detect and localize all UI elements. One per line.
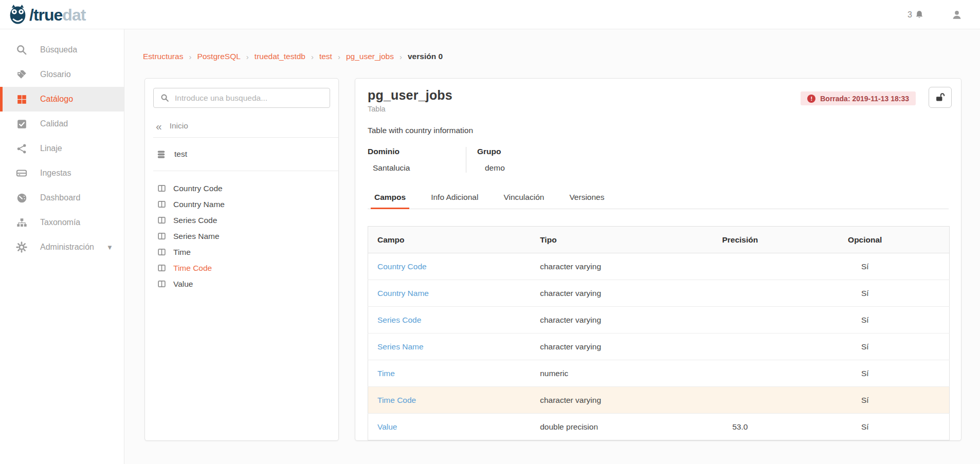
tree-field-country-code[interactable]: Country Code [145, 180, 338, 196]
lock-toggle-button[interactable] [929, 87, 952, 108]
unlock-icon [935, 92, 946, 103]
explorer-back-home[interactable]: « Inicio [145, 115, 338, 137]
breadcrumb-link-estructuras[interactable]: Estructuras [143, 52, 183, 61]
field-opcional: Sí [781, 280, 949, 307]
tab-vinculacion[interactable]: Vinculación [500, 189, 548, 209]
field-tipo: character varying [531, 307, 699, 333]
sidebar-item-calidad[interactable]: Calidad [0, 112, 124, 136]
sidebar-item-label: Búsqueda [40, 45, 77, 54]
table-row: Series Name character varying Sí [368, 333, 950, 360]
tree-parent-test[interactable]: test [145, 138, 338, 171]
sidebar-item-ingestas[interactable]: Ingestas [0, 161, 124, 185]
breadcrumb-link-postgresql[interactable]: PostgreSQL [197, 52, 240, 61]
sidebar-item-administracion[interactable]: Administración ▼ [0, 235, 124, 259]
fields-table: Campo Tipo Precisión Opcional Country Co… [368, 226, 950, 440]
sidebar-item-glosario[interactable]: Glosario [0, 62, 124, 87]
detail-tabs: Campos Info Adicional Vinculación Versio… [368, 189, 949, 209]
field-opcional: Sí [781, 307, 949, 333]
back-home-label: Inicio [170, 121, 188, 131]
group-value: demo [477, 163, 600, 173]
field-tipo: numeric [531, 360, 699, 387]
exclamation-circle-icon: ! [807, 95, 815, 103]
tree-field-series-code[interactable]: Series Code [145, 212, 338, 228]
table-columns-icon [157, 200, 166, 209]
structure-detail-panel: pg_user_jobs Tabla ! Borrada: 2019-11-13… [355, 78, 961, 441]
tree-field-country-name[interactable]: Country Name [145, 196, 338, 212]
sidebar-item-label: Linaje [40, 144, 62, 153]
field-link-country-name[interactable]: Country Name [377, 289, 429, 298]
tree-field-label: Country Name [173, 200, 225, 209]
gauge-icon [15, 192, 28, 204]
structure-explorer-panel: « Inicio test Country Code Country Name … [144, 78, 339, 441]
breadcrumb-separator: › [311, 52, 314, 61]
search-icon [160, 94, 169, 102]
tree-field-time[interactable]: Time [145, 244, 338, 260]
sidebar-item-label: Glosario [40, 70, 71, 79]
field-tipo: character varying [531, 387, 699, 414]
tab-campos[interactable]: Campos [371, 189, 409, 209]
check-square-icon [15, 118, 28, 130]
sidebar-item-label: Catálogo [40, 95, 73, 104]
table-columns-icon [157, 216, 166, 225]
field-precision [699, 307, 781, 333]
field-link-series-code[interactable]: Series Code [377, 315, 421, 324]
tree-field-label: Series Name [173, 232, 220, 241]
user-icon [951, 9, 963, 21]
tab-info-adicional[interactable]: Info Adicional [427, 189, 482, 209]
field-tipo: character varying [531, 253, 699, 280]
field-opcional: Sí [781, 253, 949, 280]
sidebar-item-label: Calidad [40, 119, 68, 128]
double-angle-left-icon: « [156, 121, 162, 132]
sitemap-icon [15, 216, 28, 229]
notifications-button[interactable]: 3 [908, 10, 924, 20]
field-link-country-code[interactable]: Country Code [377, 262, 427, 271]
group-label: Grupo [477, 147, 600, 156]
sidebar-item-catalogo[interactable]: Catálogo [0, 87, 124, 112]
top-navbar: /truedat 3 [0, 0, 980, 29]
sidebar-item-label: Administración [40, 243, 94, 252]
table-row-highlighted: Time Code character varying Sí [368, 387, 950, 414]
tree-field-value[interactable]: Value [145, 276, 338, 292]
table-row: Value double precision 53.0 Sí [368, 414, 950, 440]
table-row: Country Name character varying Sí [368, 280, 950, 307]
tab-versiones[interactable]: Versiones [566, 189, 608, 209]
metadata-section: Dominio Santalucia Grupo demo [368, 147, 949, 173]
field-link-series-name[interactable]: Series Name [377, 342, 424, 351]
field-precision: 53.0 [699, 414, 781, 440]
sidebar-item-label: Dashboard [40, 193, 80, 202]
field-link-time[interactable]: Time [377, 369, 395, 378]
tree-field-list: Country Code Country Name Series Code Se… [145, 171, 338, 292]
sidebar-item-dashboard[interactable]: Dashboard [0, 185, 124, 210]
truedat-logo[interactable]: /truedat [8, 4, 85, 25]
table-columns-icon [157, 232, 166, 240]
breadcrumb-link-pg-user-jobs[interactable]: pg_user_jobs [346, 52, 394, 61]
field-opcional: Sí [781, 360, 949, 387]
tree-field-time-code[interactable]: Time Code [145, 260, 338, 276]
owl-logo-icon [8, 4, 27, 25]
field-opcional: Sí [781, 333, 949, 360]
field-link-time-code[interactable]: Time Code [377, 396, 416, 404]
tags-icon [15, 68, 28, 81]
sidebar-item-busqueda[interactable]: Búsqueda [0, 38, 124, 62]
breadcrumb-link-truedat-testdb[interactable]: truedat_testdb [255, 52, 305, 61]
field-tipo: double precision [531, 414, 699, 440]
table-header-row: Campo Tipo Precisión Opcional [368, 227, 950, 253]
field-opcional: Sí [781, 414, 949, 440]
tree-field-series-name[interactable]: Series Name [145, 228, 338, 244]
breadcrumb-current-version: versión 0 [408, 52, 443, 61]
explorer-search-box [153, 88, 330, 108]
field-link-value[interactable]: Value [377, 422, 397, 431]
tree-field-label: Series Code [173, 216, 217, 225]
breadcrumb-separator: › [246, 52, 249, 61]
user-menu-button[interactable] [951, 9, 963, 21]
column-header-opcional: Opcional [781, 227, 949, 253]
sidebar-item-taxonomia[interactable]: Taxonomía [0, 210, 124, 235]
breadcrumb-link-test[interactable]: test [319, 52, 332, 61]
sidebar-item-label: Taxonomía [40, 218, 80, 227]
structure-description: Table with country information [368, 126, 949, 135]
search-input[interactable] [175, 94, 323, 103]
main-sidebar: Búsqueda Glosario Catálogo Calidad Linaj… [0, 29, 124, 464]
sidebar-item-linaje[interactable]: Linaje [0, 136, 124, 161]
field-precision [699, 333, 781, 360]
field-tipo: character varying [531, 333, 699, 360]
